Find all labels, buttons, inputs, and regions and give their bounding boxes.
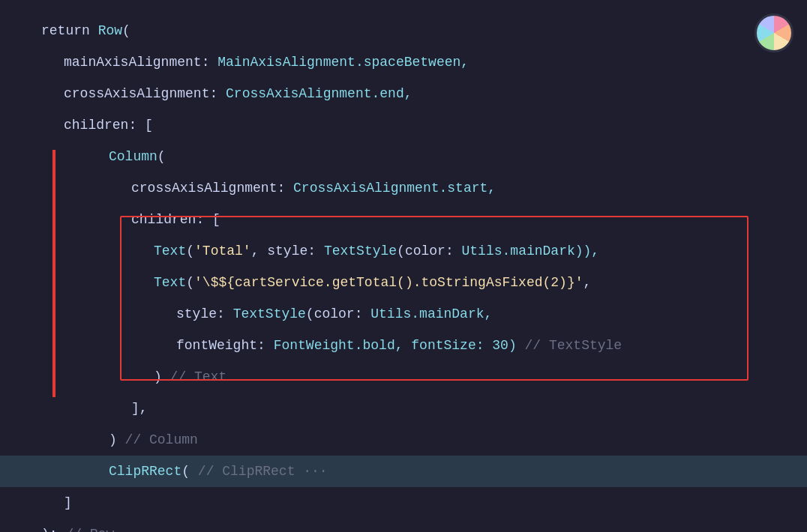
code-token: Column — [109, 142, 158, 171]
code-token: ) — [109, 426, 125, 454]
code-token: Text — [154, 268, 186, 297]
code-token: // Row — [65, 520, 114, 532]
code-token: ] — [64, 489, 72, 517]
code-token: ( — [186, 268, 194, 297]
code-token: CrossAxisAlignment.end, — [226, 79, 412, 108]
code-token: TextStyle — [233, 300, 306, 328]
code-token: , style: — [251, 237, 324, 265]
code-token: : — [277, 174, 293, 202]
code-token: ( — [122, 16, 130, 45]
code-token: TextStyle — [324, 237, 397, 265]
code-line: Text('Total', style: TextStyle(color: Ut… — [0, 235, 807, 267]
code-token: .mainDark, — [411, 300, 492, 328]
code-line: fontWeight: FontWeight.bold, fontSize: 3… — [0, 330, 807, 361]
code-token: // Column — [125, 426, 198, 454]
code-token: Utils — [370, 300, 411, 328]
code-token: ClipRRect — [109, 457, 182, 486]
code-token: : [ — [196, 205, 220, 234]
code-line: ); // Row — [0, 519, 807, 532]
left-bracket-indicator — [52, 150, 56, 397]
code-token: ( — [158, 142, 166, 171]
code-line: ) // Text — [0, 361, 807, 393]
code-line: Column( — [0, 141, 807, 172]
code-token: crossAxisAlignment — [64, 79, 209, 108]
code-token: Row — [98, 16, 122, 45]
code-token: Utils — [462, 237, 502, 265]
code-line: children: [ — [0, 109, 807, 141]
code-token: : [ — [128, 111, 152, 139]
code-token: ); — [41, 520, 65, 532]
code-line: return Row( — [0, 15, 807, 46]
code-token: mainAxisAlignment — [64, 48, 202, 76]
code-line: style: TextStyle(color: Utils.mainDark, — [0, 298, 807, 330]
code-token: .mainDark)), — [502, 237, 600, 265]
code-token: FontWeight — [274, 331, 355, 360]
code-line: crossAxisAlignment: CrossAxisAlignment.e… — [0, 78, 807, 109]
code-line: ) // Column — [0, 424, 807, 456]
code-token: Text — [154, 237, 186, 265]
code-token: : — [257, 331, 274, 360]
code-token: , — [584, 268, 592, 297]
code-token: .bold, fontSize: 30) — [355, 331, 525, 360]
code-token: 'Total' — [194, 237, 251, 265]
code-token: fontWeight — [176, 331, 257, 360]
code-line: ] — [0, 487, 807, 519]
code-line: crossAxisAlignment: CrossAxisAlignment.s… — [0, 172, 807, 204]
code-line: Text('\$${cartService.getTotal().toStrin… — [0, 267, 807, 298]
code-token: // TextStyle — [525, 331, 622, 360]
code-token: '\$${cartService.getTotal().toStringAsFi… — [194, 268, 583, 297]
code-line: ], — [0, 393, 807, 424]
code-line-highlighted: ClipRRect( // ClipRRect ··· — [0, 456, 807, 487]
code-line: children: [ — [0, 204, 807, 235]
code-token: (color: — [397, 237, 461, 265]
code-token: children — [131, 205, 196, 234]
code-token: : — [202, 48, 218, 76]
code-token: ) — [154, 363, 170, 391]
code-token: : — [209, 79, 226, 108]
code-token: MainAxisAlignment.spaceBetween, — [218, 48, 469, 76]
code-token: ( — [186, 237, 194, 265]
code-editor: return Row( mainAxisAlignment: MainAxisA… — [0, 0, 807, 532]
code-token: // Text — [170, 363, 227, 391]
code-token: style — [176, 300, 217, 328]
code-token: crossAxisAlignment — [131, 174, 277, 202]
code-token: // ClipRRect ··· — [198, 457, 328, 486]
code-token: ( — [182, 457, 198, 486]
code-token: ], — [131, 394, 148, 423]
code-token: CrossAxisAlignment.start, — [293, 174, 496, 202]
code-token: : — [217, 300, 233, 328]
code-line: mainAxisAlignment: MainAxisAlignment.spa… — [0, 46, 807, 78]
code-token: (color: — [306, 300, 370, 328]
code-token: children — [64, 111, 128, 139]
code-token: return — [41, 16, 98, 45]
